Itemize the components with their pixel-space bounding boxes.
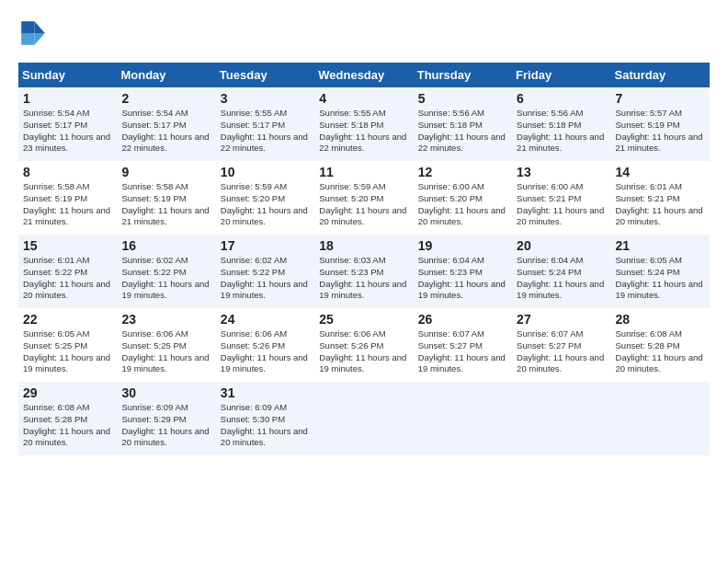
calendar-day-cell: 20 Sunrise: 6:04 AMSunset: 5:24 PMDaylig… bbox=[512, 235, 610, 308]
day-number: 12 bbox=[418, 165, 507, 179]
day-number: 7 bbox=[616, 91, 705, 106]
day-number: 4 bbox=[319, 91, 408, 106]
day-info: Sunrise: 6:07 AMSunset: 5:27 PMDaylight:… bbox=[517, 328, 604, 373]
calendar-day-cell: 29 Sunrise: 6:08 AMSunset: 5:28 PMDaylig… bbox=[18, 382, 117, 455]
calendar-day-cell: 7 Sunrise: 5:57 AMSunset: 5:19 PMDayligh… bbox=[611, 87, 710, 161]
day-number: 11 bbox=[319, 165, 408, 179]
day-number: 3 bbox=[221, 91, 310, 106]
calendar-week-row: 22 Sunrise: 6:05 AMSunset: 5:25 PMDaylig… bbox=[18, 308, 710, 382]
day-number: 16 bbox=[121, 238, 210, 253]
logo bbox=[18, 18, 51, 48]
day-info: Sunrise: 6:05 AMSunset: 5:25 PMDaylight:… bbox=[23, 328, 110, 373]
logo-icon bbox=[18, 18, 48, 48]
day-number: 10 bbox=[221, 165, 310, 179]
calendar-day-cell: 15 Sunrise: 6:01 AMSunset: 5:22 PMDaylig… bbox=[18, 235, 117, 308]
day-info: Sunrise: 5:55 AMSunset: 5:18 PMDaylight:… bbox=[319, 108, 406, 153]
day-info: Sunrise: 6:07 AMSunset: 5:27 PMDaylight:… bbox=[418, 328, 506, 373]
day-info: Sunrise: 5:57 AMSunset: 5:19 PMDaylight:… bbox=[616, 108, 703, 153]
day-number: 26 bbox=[418, 312, 507, 327]
calendar-week-row: 29 Sunrise: 6:08 AMSunset: 5:28 PMDaylig… bbox=[18, 382, 710, 455]
day-info: Sunrise: 6:00 AMSunset: 5:20 PMDaylight:… bbox=[418, 181, 506, 226]
weekday-header: Monday bbox=[117, 63, 215, 87]
calendar-day-cell: 25 Sunrise: 6:06 AMSunset: 5:26 PMDaylig… bbox=[314, 308, 413, 382]
day-number: 9 bbox=[121, 165, 210, 179]
calendar-day-cell: 22 Sunrise: 6:05 AMSunset: 5:25 PMDaylig… bbox=[18, 308, 117, 382]
day-info: Sunrise: 6:02 AMSunset: 5:22 PMDaylight:… bbox=[121, 255, 209, 300]
day-number: 30 bbox=[121, 385, 210, 400]
day-info: Sunrise: 6:06 AMSunset: 5:26 PMDaylight:… bbox=[221, 328, 308, 373]
day-number: 23 bbox=[121, 312, 210, 327]
day-info: Sunrise: 5:56 AMSunset: 5:18 PMDaylight:… bbox=[418, 108, 506, 153]
calendar-day-cell: 4 Sunrise: 5:55 AMSunset: 5:18 PMDayligh… bbox=[314, 87, 413, 161]
svg-rect-3 bbox=[21, 33, 34, 45]
calendar-day-cell: 5 Sunrise: 5:56 AMSunset: 5:18 PMDayligh… bbox=[414, 87, 512, 161]
day-number: 22 bbox=[23, 312, 112, 327]
calendar-week-row: 8 Sunrise: 5:58 AMSunset: 5:19 PMDayligh… bbox=[18, 161, 710, 235]
day-number: 1 bbox=[23, 91, 112, 106]
day-info: Sunrise: 5:58 AMSunset: 5:19 PMDaylight:… bbox=[121, 181, 209, 226]
day-info: Sunrise: 5:59 AMSunset: 5:20 PMDaylight:… bbox=[319, 181, 406, 226]
calendar-day-cell: 27 Sunrise: 6:07 AMSunset: 5:27 PMDaylig… bbox=[512, 308, 610, 382]
calendar-day-cell: 21 Sunrise: 6:05 AMSunset: 5:24 PMDaylig… bbox=[611, 235, 710, 308]
day-info: Sunrise: 6:02 AMSunset: 5:22 PMDaylight:… bbox=[221, 255, 308, 300]
calendar-day-cell: 1 Sunrise: 5:54 AMSunset: 5:17 PMDayligh… bbox=[18, 87, 117, 161]
calendar-day-cell: 30 Sunrise: 6:09 AMSunset: 5:29 PMDaylig… bbox=[117, 382, 215, 455]
day-number: 2 bbox=[121, 91, 210, 106]
weekday-header: Sunday bbox=[18, 63, 117, 87]
calendar-day-cell: 2 Sunrise: 5:54 AMSunset: 5:17 PMDayligh… bbox=[117, 87, 215, 161]
day-number: 18 bbox=[319, 238, 408, 253]
calendar-day-cell: 6 Sunrise: 5:56 AMSunset: 5:18 PMDayligh… bbox=[512, 87, 610, 161]
svg-marker-1 bbox=[35, 33, 45, 45]
weekday-header: Saturday bbox=[611, 63, 710, 87]
day-number: 14 bbox=[616, 165, 705, 179]
day-info: Sunrise: 6:08 AMSunset: 5:28 PMDaylight:… bbox=[616, 328, 703, 373]
day-info: Sunrise: 5:58 AMSunset: 5:19 PMDaylight:… bbox=[23, 181, 110, 226]
calendar-day-cell: 3 Sunrise: 5:55 AMSunset: 5:17 PMDayligh… bbox=[216, 87, 314, 161]
calendar-day-cell: 13 Sunrise: 6:00 AMSunset: 5:21 PMDaylig… bbox=[512, 161, 610, 235]
calendar-table: SundayMondayTuesdayWednesdayThursdayFrid… bbox=[18, 63, 710, 455]
calendar-day-cell: 23 Sunrise: 6:06 AMSunset: 5:25 PMDaylig… bbox=[117, 308, 215, 382]
day-number: 21 bbox=[616, 238, 705, 253]
day-info: Sunrise: 6:04 AMSunset: 5:24 PMDaylight:… bbox=[517, 255, 604, 300]
calendar-day-cell bbox=[611, 382, 710, 455]
calendar-day-cell: 18 Sunrise: 6:03 AMSunset: 5:23 PMDaylig… bbox=[314, 235, 413, 308]
calendar-day-cell: 28 Sunrise: 6:08 AMSunset: 5:28 PMDaylig… bbox=[611, 308, 710, 382]
day-number: 24 bbox=[221, 312, 310, 327]
calendar-day-cell: 16 Sunrise: 6:02 AMSunset: 5:22 PMDaylig… bbox=[117, 235, 215, 308]
calendar-day-cell: 12 Sunrise: 6:00 AMSunset: 5:20 PMDaylig… bbox=[414, 161, 512, 235]
day-number: 27 bbox=[517, 312, 606, 327]
calendar-week-row: 15 Sunrise: 6:01 AMSunset: 5:22 PMDaylig… bbox=[18, 235, 710, 308]
calendar-day-cell: 26 Sunrise: 6:07 AMSunset: 5:27 PMDaylig… bbox=[414, 308, 512, 382]
day-info: Sunrise: 6:08 AMSunset: 5:28 PMDaylight:… bbox=[23, 402, 110, 447]
weekday-header: Wednesday bbox=[314, 63, 413, 87]
day-number: 15 bbox=[23, 238, 112, 253]
calendar-day-cell: 14 Sunrise: 6:01 AMSunset: 5:21 PMDaylig… bbox=[611, 161, 710, 235]
day-number: 31 bbox=[221, 385, 310, 400]
calendar-day-cell bbox=[314, 382, 413, 455]
day-info: Sunrise: 6:05 AMSunset: 5:24 PMDaylight:… bbox=[616, 255, 703, 300]
calendar-header: SundayMondayTuesdayWednesdayThursdayFrid… bbox=[18, 63, 710, 87]
calendar-day-cell: 31 Sunrise: 6:09 AMSunset: 5:30 PMDaylig… bbox=[216, 382, 314, 455]
calendar-day-cell bbox=[414, 382, 512, 455]
day-info: Sunrise: 5:55 AMSunset: 5:17 PMDaylight:… bbox=[221, 108, 308, 153]
day-info: Sunrise: 5:54 AMSunset: 5:17 PMDaylight:… bbox=[121, 108, 209, 153]
calendar-day-cell: 19 Sunrise: 6:04 AMSunset: 5:23 PMDaylig… bbox=[414, 235, 512, 308]
svg-marker-0 bbox=[35, 21, 45, 33]
day-info: Sunrise: 6:06 AMSunset: 5:26 PMDaylight:… bbox=[319, 328, 406, 373]
calendar-day-cell: 11 Sunrise: 5:59 AMSunset: 5:20 PMDaylig… bbox=[314, 161, 413, 235]
day-number: 20 bbox=[517, 238, 606, 253]
calendar-day-cell: 9 Sunrise: 5:58 AMSunset: 5:19 PMDayligh… bbox=[117, 161, 215, 235]
day-info: Sunrise: 6:01 AMSunset: 5:22 PMDaylight:… bbox=[23, 255, 110, 300]
day-info: Sunrise: 6:00 AMSunset: 5:21 PMDaylight:… bbox=[517, 181, 604, 226]
day-number: 17 bbox=[221, 238, 310, 253]
day-info: Sunrise: 6:03 AMSunset: 5:23 PMDaylight:… bbox=[319, 255, 406, 300]
day-info: Sunrise: 5:54 AMSunset: 5:17 PMDaylight:… bbox=[23, 108, 110, 153]
calendar-day-cell: 17 Sunrise: 6:02 AMSunset: 5:22 PMDaylig… bbox=[216, 235, 314, 308]
day-number: 8 bbox=[23, 165, 112, 179]
day-number: 25 bbox=[319, 312, 408, 327]
calendar-day-cell: 24 Sunrise: 6:06 AMSunset: 5:26 PMDaylig… bbox=[216, 308, 314, 382]
page-header bbox=[18, 18, 710, 48]
day-number: 13 bbox=[517, 165, 606, 179]
calendar-day-cell: 8 Sunrise: 5:58 AMSunset: 5:19 PMDayligh… bbox=[18, 161, 117, 235]
weekday-header: Friday bbox=[512, 63, 610, 87]
